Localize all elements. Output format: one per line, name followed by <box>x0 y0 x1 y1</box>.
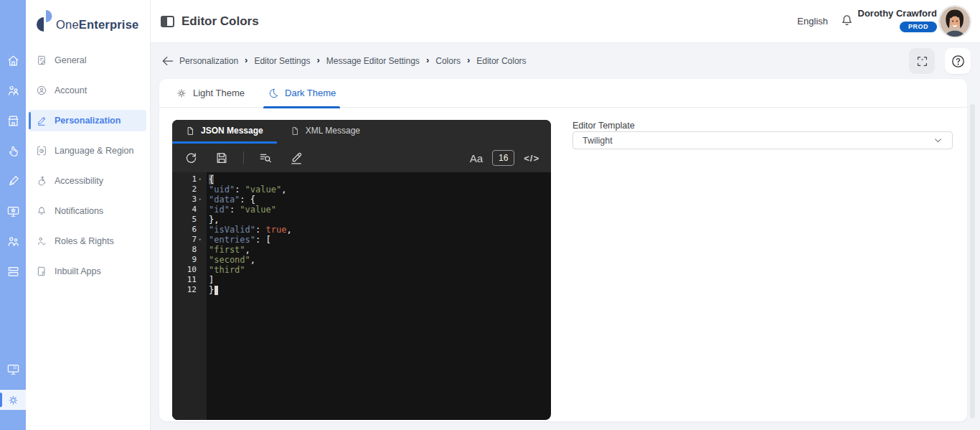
line-number[interactable]: 10 <box>172 265 207 275</box>
line-number[interactable]: 2 <box>172 184 207 195</box>
rail-item-monitor-star[interactable] <box>0 201 26 221</box>
line-number[interactable]: 11 <box>172 275 207 285</box>
code-text: }, <box>207 215 219 225</box>
code-line[interactable]: 10"third" <box>172 265 551 275</box>
code-text: "first", <box>207 245 250 255</box>
pencil-icon <box>36 115 47 126</box>
fold-caret-icon[interactable]: ▾ <box>197 195 203 205</box>
rail-item-server[interactable] <box>0 261 26 281</box>
line-number[interactable]: 12 <box>172 285 207 295</box>
code-line[interactable]: 11] <box>172 275 551 285</box>
editor-tab-json-message[interactable]: JSON Message <box>172 120 277 144</box>
focus-mode-button[interactable] <box>909 48 935 74</box>
fold-caret-icon[interactable]: ▾ <box>197 174 203 184</box>
line-number[interactable]: 9 <box>172 255 207 265</box>
settings-menu-panel: OneEnterprise GeneralAccountPersonalizat… <box>26 0 151 430</box>
code-view-button[interactable]: </> <box>524 153 540 164</box>
editor-tab-label: JSON Message <box>201 126 263 136</box>
sidebar-item-general[interactable]: General <box>29 50 146 71</box>
code-line[interactable]: 7▾"entries": [ <box>172 235 551 245</box>
breadcrumb-separator: › <box>316 55 319 66</box>
sidebar-item-language-region[interactable]: Language & Region <box>29 140 146 162</box>
font-style-button[interactable]: Aa <box>470 152 483 164</box>
language-selector[interactable]: English <box>797 16 828 27</box>
breadcrumb-row: Personalization›Editor Settings›Message … <box>151 43 980 79</box>
code-line[interactable]: 8"first", <box>172 245 551 255</box>
avatar[interactable] <box>938 5 971 38</box>
help-button[interactable] <box>945 48 971 74</box>
line-number[interactable]: 7▾ <box>172 235 207 245</box>
rail-item-monitor-apps[interactable] <box>0 359 26 379</box>
code-editor-panel: JSON MessageXML Message Aa 16 </> 1▾{2"u… <box>172 120 551 420</box>
line-number[interactable]: 5 <box>172 215 207 225</box>
editor-tab-xml-message[interactable]: XML Message <box>277 120 374 144</box>
line-number[interactable]: 3▾ <box>172 195 207 205</box>
code-line[interactable]: 9"second", <box>172 255 551 265</box>
line-number[interactable]: 6 <box>172 225 207 235</box>
edit-icon[interactable] <box>289 151 303 165</box>
rail-item-home[interactable] <box>0 50 26 70</box>
code-line[interactable]: 1▾{ <box>172 174 551 184</box>
brand-name: OneEnterprise <box>56 18 138 33</box>
tab-label: Dark Theme <box>285 88 336 98</box>
breadcrumb-item[interactable]: Colors <box>435 56 461 66</box>
fold-caret-icon[interactable]: ▾ <box>197 235 203 245</box>
user-name: Dorothy Crawford <box>858 8 938 19</box>
sidebar-item-roles-rights[interactable]: Roles & Rights <box>29 230 146 252</box>
rail-item-hand-pointer[interactable] <box>0 141 26 161</box>
line-number[interactable]: 8 <box>172 245 207 255</box>
save-icon[interactable] <box>215 151 229 165</box>
code-line[interactable]: 5}, <box>172 215 551 225</box>
filter-search-icon[interactable] <box>258 151 273 165</box>
rail-item-gear[interactable] <box>0 390 26 410</box>
code-text: "data": { <box>207 195 255 205</box>
code-line[interactable]: 2"uid": "value", <box>172 184 551 195</box>
brand-logo[interactable]: OneEnterprise <box>36 9 138 33</box>
code-text: "isValid": true, <box>207 225 292 235</box>
line-number[interactable]: 4 <box>172 205 207 215</box>
breadcrumb-item[interactable]: Message Editor Settings <box>326 56 420 66</box>
monitor-apps-icon <box>6 363 20 376</box>
line-number[interactable]: 1▾ <box>172 174 207 184</box>
user-check-icon <box>36 235 47 247</box>
sidebar-item-notifications[interactable]: Notifications <box>29 200 146 222</box>
home-icon <box>6 54 20 67</box>
sidebar-item-label: Notifications <box>55 206 103 216</box>
code-line[interactable]: 6"isValid": true, <box>172 225 551 235</box>
code-line[interactable]: 3▾"data": { <box>172 195 551 205</box>
code-area[interactable]: 1▾{2"uid": "value",3▾"data": {4"id": "va… <box>172 172 551 420</box>
rail-item-users[interactable] <box>0 231 26 251</box>
sidebar-item-inbuilt-apps[interactable]: Inbuilt Apps <box>29 261 146 282</box>
code-line[interactable]: 4"id": "value" <box>172 205 551 215</box>
breadcrumb-item[interactable]: Editor Colors <box>476 56 526 66</box>
breadcrumb-separator: › <box>467 55 470 66</box>
paint-brush-icon <box>6 174 20 188</box>
code-line[interactable]: 12} <box>172 285 551 295</box>
tab-dark-theme[interactable]: Dark Theme <box>268 79 336 108</box>
code-text: "uid": "value", <box>207 184 286 195</box>
user-block[interactable]: Dorothy Crawford PROD <box>858 8 938 32</box>
back-arrow-icon[interactable] <box>161 54 175 68</box>
tab-label: Light Theme <box>193 88 245 98</box>
notifications-bell-icon[interactable] <box>839 13 857 30</box>
server-icon <box>6 265 20 279</box>
panel-toggle-icon[interactable] <box>161 16 174 27</box>
font-size-input[interactable]: 16 <box>492 150 514 166</box>
sidebar-item-accessibility[interactable]: Accessibility <box>29 170 146 192</box>
refresh-icon[interactable] <box>184 151 198 165</box>
gear-icon <box>6 393 20 407</box>
editor-template-select[interactable]: Twilight <box>573 131 953 149</box>
rail-item-users-sync[interactable] <box>0 80 26 101</box>
tab-light-theme[interactable]: Light Theme <box>176 79 245 108</box>
breadcrumb-item[interactable]: Editor Settings <box>254 56 310 66</box>
sidebar-item-personalization[interactable]: Personalization <box>29 110 146 131</box>
arrow-left-icon <box>161 54 175 68</box>
rail-item-store[interactable] <box>0 111 26 131</box>
sidebar-item-account[interactable]: Account <box>29 80 146 101</box>
sidebar-item-label: Inbuilt Apps <box>55 266 101 276</box>
editor-tabs: JSON MessageXML Message <box>172 120 551 144</box>
sidebar-item-label: Account <box>55 85 87 95</box>
rail-item-paint-brush[interactable] <box>0 171 26 191</box>
breadcrumb-item[interactable]: Personalization <box>179 56 238 66</box>
vertical-scrollbar[interactable] <box>970 104 975 419</box>
